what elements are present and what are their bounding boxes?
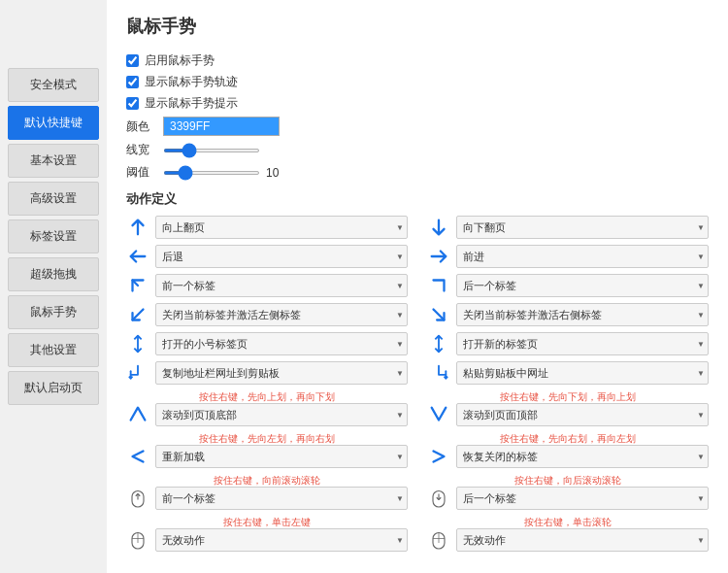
action-left-0-wrap: 向上翻页向下翻页前进后退 bbox=[155, 216, 408, 239]
hint-right-8: 按住右键，向后滚动滚轮 bbox=[427, 474, 709, 487]
sidebar-item-superdrag[interactable]: 超级拖拽 bbox=[8, 257, 99, 291]
action-left-2-select[interactable]: 前一个标签后一个标签无效动作 bbox=[155, 274, 408, 297]
action-left-5-select[interactable]: 复制地址栏网址到剪贴板粘贴剪贴板中网址无效动作 bbox=[155, 361, 408, 385]
color-row: 颜色 3399FF bbox=[126, 117, 709, 136]
sidebar-item-advanced[interactable]: 高级设置 bbox=[8, 182, 99, 216]
sidebar: 安全模式 默认快捷键 基本设置 高级设置 标签设置 超级拖拽 鼠标手势 其他设置… bbox=[0, 58, 107, 573]
arrow-downup-icon bbox=[427, 332, 450, 355]
action-left-7-select[interactable]: 重新加载无效动作 bbox=[155, 445, 408, 468]
sidebar-item-tabs[interactable]: 标签设置 bbox=[8, 219, 99, 253]
action-right-0-wrap: 向下翻页向上翻页前进后退 bbox=[456, 216, 709, 239]
show-hint-label: 显示鼠标手势提示 bbox=[145, 95, 238, 112]
hint-left-7: 按住右键，先向左划，再向右划 bbox=[126, 432, 408, 445]
page-title: 鼠标手势 bbox=[126, 15, 709, 38]
enable-checkbox[interactable] bbox=[126, 54, 139, 67]
action-left-1-select[interactable]: 后退前进前一个标签后一个标签 bbox=[155, 245, 408, 268]
action-right-6-wrap: 滚动到页面顶部滚动到页顶底部无效动作 bbox=[456, 403, 709, 426]
action-right-8-wrap: 后一个标签前一个标签无效动作 bbox=[456, 487, 709, 510]
sidebar-item-safe[interactable]: 安全模式 bbox=[8, 68, 99, 102]
action-left-9-wrap: 无效动作关闭标签前进 bbox=[155, 528, 408, 552]
sidebar-item-shortcuts[interactable]: 默认快捷键 bbox=[8, 106, 99, 140]
action-left-6: 按住右键，先向上划，再向下划 滚动到页顶底部滚动到页面顶部无效动作 bbox=[126, 390, 408, 428]
action-right-4-select[interactable]: 打开新的标签页打开的小号标签页无效动作 bbox=[456, 332, 709, 355]
action-left-0: 向上翻页向下翻页前进后退 bbox=[126, 216, 408, 241]
linewidth-slider[interactable] bbox=[163, 149, 260, 152]
action-right-3-wrap: 关闭当前标签并激活右侧标签关闭当前标签并激活左侧标签 bbox=[456, 303, 709, 326]
arrow-v-icon bbox=[427, 403, 450, 426]
mouse-click-right-icon bbox=[427, 528, 450, 552]
action-left-9: 按住右键，单击左键 无效动作关闭标签前进 bbox=[126, 516, 408, 554]
arrow-right-icon bbox=[427, 245, 450, 268]
action-right-5-select[interactable]: 粘贴剪贴板中网址复制地址栏网址到剪贴板无效动作 bbox=[456, 361, 709, 385]
action-right-2-wrap: 后一个标签前一个标签无效动作 bbox=[456, 274, 709, 297]
action-right-0: 向下翻页向上翻页前进后退 bbox=[427, 216, 709, 241]
enable-row: 启用鼠标手势 bbox=[126, 52, 709, 69]
arrow-less-icon bbox=[126, 445, 149, 468]
arrow-copy-icon bbox=[126, 361, 149, 385]
mouse-scroll-down-icon bbox=[427, 487, 450, 510]
action-right-0-select[interactable]: 向下翻页向上翻页前进后退 bbox=[456, 216, 709, 239]
action-right-1: 前进后退前一个标签后一个标签 bbox=[427, 245, 709, 270]
action-left-3-select[interactable]: 关闭当前标签并激活左侧标签关闭当前标签并激活右侧标签 bbox=[155, 303, 408, 326]
arrow-updown-icon bbox=[126, 332, 149, 355]
linewidth-label: 线宽 bbox=[126, 142, 155, 158]
arrow-upleft-icon bbox=[126, 274, 149, 297]
arrow-lambda-icon bbox=[126, 403, 149, 426]
action-left-4-select[interactable]: 打开的小号标签页打开新的标签页无效动作 bbox=[155, 332, 408, 355]
action-right-7-select[interactable]: 恢复关闭的标签无效动作 bbox=[456, 445, 709, 468]
linewidth-slider-container bbox=[163, 149, 260, 152]
action-right-3: 关闭当前标签并激活右侧标签关闭当前标签并激活左侧标签 bbox=[427, 303, 709, 328]
hint-right-6: 按住右键，先向下划，再向上划 bbox=[427, 390, 709, 403]
action-left-8-wrap: 前一个标签后一个标签无效动作 bbox=[155, 487, 408, 510]
action-right-8-select[interactable]: 后一个标签前一个标签无效动作 bbox=[456, 487, 709, 510]
arrow-paste-icon bbox=[427, 361, 450, 385]
action-left-3: 关闭当前标签并激活左侧标签关闭当前标签并激活右侧标签 bbox=[126, 303, 408, 328]
action-left-7-wrap: 重新加载无效动作 bbox=[155, 445, 408, 468]
show-track-checkbox[interactable] bbox=[126, 76, 139, 88]
action-left-1-wrap: 后退前进前一个标签后一个标签 bbox=[155, 245, 408, 268]
linewidth-row: 线宽 bbox=[126, 142, 709, 158]
sidebar-item-homepage[interactable]: 默认启动页 bbox=[8, 371, 99, 405]
action-left-9-select[interactable]: 无效动作关闭标签前进 bbox=[155, 528, 408, 552]
action-right-4: 打开新的标签页打开的小号标签页无效动作 bbox=[427, 332, 709, 357]
action-right-7-wrap: 恢复关闭的标签无效动作 bbox=[456, 445, 709, 468]
action-right-1-select[interactable]: 前进后退前一个标签后一个标签 bbox=[456, 245, 709, 268]
action-right-3-select[interactable]: 关闭当前标签并激活右侧标签关闭当前标签并激活左侧标签 bbox=[456, 303, 709, 326]
action-left-0-select[interactable]: 向上翻页向下翻页前进后退 bbox=[155, 216, 408, 239]
show-track-label: 显示鼠标手势轨迹 bbox=[145, 74, 238, 90]
hint-left-8: 按住右键，向前滚动滚轮 bbox=[126, 474, 408, 487]
action-left-5-wrap: 复制地址栏网址到剪贴板粘贴剪贴板中网址无效动作 bbox=[155, 361, 408, 385]
action-right-7: 按住右键，先向右划，再向左划 恢复关闭的标签无效动作 bbox=[427, 432, 709, 470]
action-right-5: 粘贴剪贴板中网址复制地址栏网址到剪贴板无效动作 bbox=[427, 361, 709, 387]
hint-right-7: 按住右键，先向右划，再向左划 bbox=[427, 432, 709, 445]
action-left-3-wrap: 关闭当前标签并激活左侧标签关闭当前标签并激活右侧标签 bbox=[155, 303, 408, 326]
arrow-down-icon bbox=[427, 216, 450, 239]
enable-label: 启用鼠标手势 bbox=[145, 52, 215, 69]
hint-right-9: 按住右键，单击滚轮 bbox=[427, 516, 709, 528]
action-left-4: 打开的小号标签页打开新的标签页无效动作 bbox=[126, 332, 408, 357]
action-right-6-select[interactable]: 滚动到页面顶部滚动到页顶底部无效动作 bbox=[456, 403, 709, 426]
mouse-scroll-up-icon bbox=[126, 487, 149, 510]
arrow-up-icon bbox=[126, 216, 149, 239]
action-left-2-wrap: 前一个标签后一个标签无效动作 bbox=[155, 274, 408, 297]
sidebar-item-other[interactable]: 其他设置 bbox=[8, 333, 99, 367]
threshold-slider[interactable] bbox=[163, 171, 260, 175]
action-right-2: 后一个标签前一个标签无效动作 bbox=[427, 274, 709, 299]
color-input[interactable]: 3399FF bbox=[163, 117, 280, 136]
action-right-9-select[interactable]: 无效动作关闭标签前进 bbox=[456, 528, 709, 552]
show-hint-checkbox[interactable] bbox=[126, 97, 139, 110]
action-right-2-select[interactable]: 后一个标签前一个标签无效动作 bbox=[456, 274, 709, 297]
action-right-6: 按住右键，先向下划，再向上划 滚动到页面顶部滚动到页顶底部无效动作 bbox=[427, 390, 709, 428]
action-left-7: 按住右键，先向左划，再向右划 重新加载无效动作 bbox=[126, 432, 408, 470]
action-right-9: 按住右键，单击滚轮 无效动作关闭标签前进 bbox=[427, 516, 709, 554]
action-right-4-wrap: 打开新的标签页打开的小号标签页无效动作 bbox=[456, 332, 709, 355]
action-right-1-wrap: 前进后退前一个标签后一个标签 bbox=[456, 245, 709, 268]
sidebar-item-mouse[interactable]: 鼠标手势 bbox=[8, 295, 99, 329]
sidebar-item-basic[interactable]: 基本设置 bbox=[8, 144, 99, 178]
action-left-8-select[interactable]: 前一个标签后一个标签无效动作 bbox=[155, 487, 408, 510]
threshold-value: 10 bbox=[266, 166, 285, 180]
action-left-2: 前一个标签后一个标签无效动作 bbox=[126, 274, 408, 299]
action-left-6-select[interactable]: 滚动到页顶底部滚动到页面顶部无效动作 bbox=[155, 403, 408, 426]
action-left-6-wrap: 滚动到页顶底部滚动到页面顶部无效动作 bbox=[155, 403, 408, 426]
color-label: 颜色 bbox=[126, 118, 155, 135]
